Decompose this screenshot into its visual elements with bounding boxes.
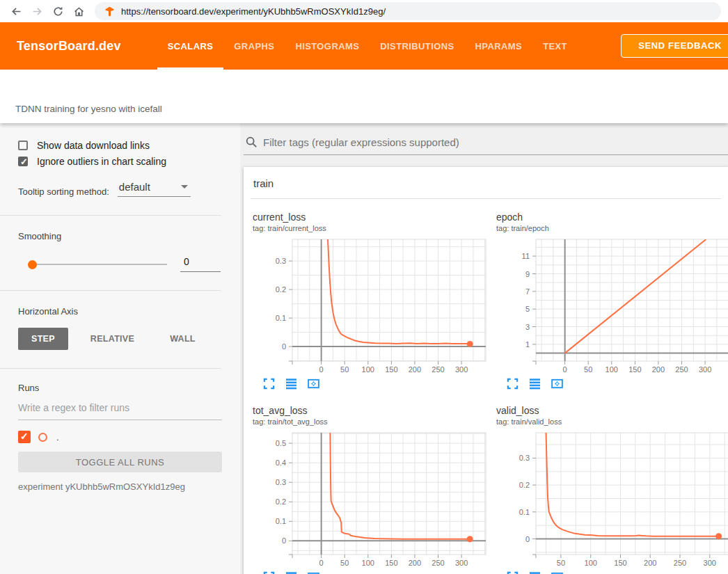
expand-icon[interactable] [507,378,519,390]
run-checkbox-icon[interactable] [18,431,31,443]
svg-text:0.4: 0.4 [276,459,286,467]
svg-text:9: 9 [525,270,530,278]
experiment-title-band: TDNN training for yesno with icefall [0,70,728,123]
tab-hparams[interactable]: HPARAMS [465,22,533,70]
tab-text[interactable]: TEXT [532,22,578,70]
svg-text:0: 0 [319,365,324,374]
checkbox-icon[interactable] [18,157,28,166]
svg-text:0.5: 0.5 [276,439,286,447]
svg-text:250: 250 [674,559,686,567]
view-data-icon[interactable] [529,378,541,390]
axis-button-relative[interactable]: RELATIVE [77,328,148,350]
header-tabs: SCALARSGRAPHSHISTOGRAMSDISTRIBUTIONSHPAR… [157,22,578,70]
home-icon[interactable] [68,1,89,21]
chevron-down-icon [181,185,188,189]
url-text: https://tensorboard.dev/experiment/yKUbh… [121,6,386,17]
svg-text:200: 200 [652,365,665,374]
settings-sidebar: Show data download links Ignore outliers… [0,123,240,574]
app-brand: TensorBoard.dev [17,39,121,54]
show-download-links-checkbox[interactable]: Show data download links [18,140,222,151]
tooltip-sorting-row: Tooltip sorting method: default [18,181,222,197]
sidebar-divider [0,368,221,369]
forward-icon[interactable] [26,1,47,21]
content: Show data download links Ignore outliers… [0,123,728,574]
tooltip-sorting-select[interactable]: default [118,181,191,197]
scalar-line-chart[interactable]: 05010015020025030000.10.20.30.40.5 [251,428,487,567]
train-section-card: train current_losstag: train/current_los… [244,167,728,574]
tab-histograms[interactable]: HISTOGRAMS [285,22,370,70]
svg-text:100: 100 [362,365,374,374]
scalar-chart-card: tot_avg_losstag: train/tot_avg_loss05010… [251,405,487,574]
search-icon [245,136,258,148]
svg-text:50: 50 [584,365,592,374]
sidebar-divider [0,290,221,291]
run-name: . [56,432,59,443]
main-panel: train current_losstag: train/current_los… [240,123,728,574]
svg-text:150: 150 [385,365,397,374]
scalar-line-chart[interactable]: 0501001502002503001357911 [494,234,728,374]
fit-domain-icon[interactable] [308,378,319,390]
scalar-chart-card: current_losstag: train/current_loss05010… [251,212,487,390]
svg-text:200: 200 [644,559,656,567]
chart-actions [251,378,487,390]
scalar-line-chart[interactable]: 5010015020025030000.10.20.3 [494,428,728,567]
svg-text:200: 200 [409,365,421,374]
checkbox-label: Ignore outliers in chart scaling [37,156,166,167]
chart-title: valid_loss [494,405,728,416]
scalar-chart-card: epochtag: train/epoch0501001502002503001… [494,212,728,390]
run-row[interactable]: . [18,431,222,443]
smoothing-slider[interactable] [29,264,167,265]
horizontal-axis-buttons: STEPRELATIVEWALL [18,328,222,350]
back-icon[interactable] [6,1,26,21]
svg-text:300: 300 [699,365,711,374]
charts-grid: current_losstag: train/current_loss05010… [244,199,728,574]
scalar-chart-card: valid_losstag: train/valid_loss501001502… [494,405,728,574]
svg-text:300: 300 [704,559,716,567]
axis-button-step[interactable]: STEP [18,328,68,350]
svg-text:250: 250 [675,365,688,374]
view-data-icon[interactable] [285,378,297,390]
svg-text:200: 200 [409,559,421,567]
svg-text:0.1: 0.1 [276,517,286,525]
horizontal-axis-label: Horizontal Axis [18,306,222,317]
expand-icon[interactable] [507,571,519,574]
smoothing-value-input[interactable] [180,256,221,272]
section-header-train[interactable]: train [244,167,728,198]
svg-text:50: 50 [340,365,349,374]
fit-domain-icon[interactable] [308,571,319,574]
tensorboard-favicon [104,6,115,17]
svg-text:150: 150 [628,365,641,374]
checkbox-icon[interactable] [18,141,28,150]
tag-filter-input[interactable] [263,136,728,148]
run-color-circle-icon [38,433,47,442]
svg-text:100: 100 [585,559,597,567]
svg-text:250: 250 [432,559,444,567]
view-data-icon[interactable] [285,571,297,574]
slider-thumb[interactable] [28,260,37,269]
chart-tag: tag: train/tot_avg_loss [251,417,487,426]
runs-filter-input[interactable] [18,402,222,420]
svg-text:7: 7 [525,287,530,296]
axis-button-wall[interactable]: WALL [157,328,209,350]
chart-actions [494,571,728,574]
fit-domain-icon[interactable] [551,571,563,574]
svg-text:1: 1 [525,340,530,349]
tab-graphs[interactable]: GRAPHS [223,22,285,70]
reload-icon[interactable] [47,1,68,21]
view-data-icon[interactable] [529,571,541,574]
chart-title: current_loss [251,212,487,223]
scalar-line-chart[interactable]: 05010015020025030000.10.20.3 [251,234,487,374]
svg-text:150: 150 [614,559,626,567]
svg-text:50: 50 [557,559,565,567]
send-feedback-button[interactable]: SEND FEEDBACK [621,34,728,58]
tab-scalars[interactable]: SCALARS [157,22,224,70]
ignore-outliers-checkbox[interactable]: Ignore outliers in chart scaling [18,156,222,167]
address-bar[interactable]: https://tensorboard.dev/experiment/yKUbh… [95,2,721,20]
fit-domain-icon[interactable] [551,378,563,390]
chart-tag: tag: train/valid_loss [494,417,728,426]
expand-icon[interactable] [263,571,275,574]
sidebar-divider [0,215,221,216]
tab-distributions[interactable]: DISTRIBUTIONS [370,22,464,70]
toggle-all-runs-button[interactable]: TOGGLE ALL RUNS [18,452,222,472]
expand-icon[interactable] [263,378,275,390]
